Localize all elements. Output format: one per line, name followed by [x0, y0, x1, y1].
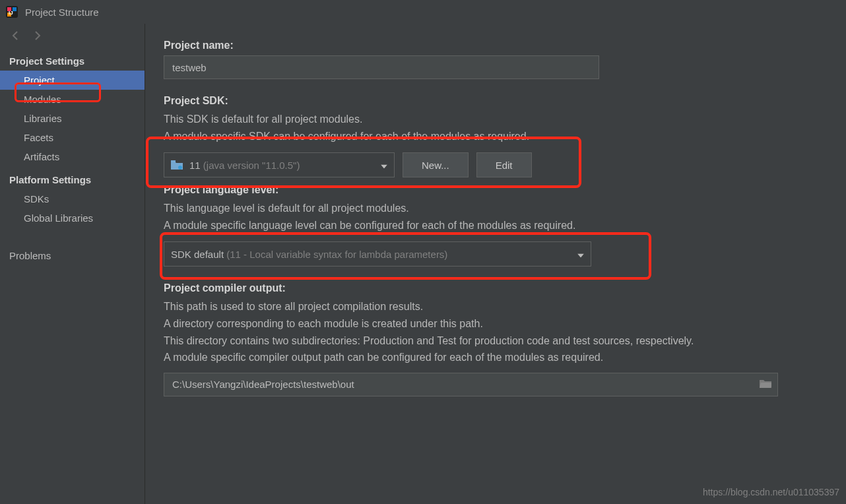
chevron-down-icon: [381, 160, 387, 171]
project-sdk-label: Project SDK:: [164, 95, 830, 107]
sidebar-item-project[interactable]: Project: [0, 71, 145, 90]
svg-point-6: [178, 166, 182, 170]
chevron-down-icon: [577, 249, 584, 260]
main-content: Project name: Project SDK: This SDK is d…: [145, 24, 846, 504]
sidebar: Project Settings Project Modules Librari…: [0, 24, 145, 504]
project-name-label: Project name:: [164, 40, 830, 51]
folder-open-icon[interactable]: [760, 379, 771, 390]
nav-forward-icon[interactable]: [32, 30, 44, 42]
sidebar-item-global-libraries[interactable]: Global Libraries: [0, 208, 145, 228]
out-desc-2: A directory corresponding to each module…: [164, 315, 830, 332]
lang-value: SDK default: [171, 249, 224, 260]
project-sdk-combo[interactable]: 11 (java version "11.0.5"): [164, 152, 395, 177]
svg-text:IJ: IJ: [9, 10, 13, 16]
sdk-desc-2: A module specific SDK can be configured …: [164, 128, 830, 145]
lang-value-detail: (11 - Local variable syntax for lambda p…: [226, 249, 447, 260]
window-title: Project Structure: [25, 7, 99, 18]
compiler-output-input[interactable]: [164, 373, 778, 396]
folder-icon: [171, 160, 183, 170]
lang-desc-2: A module specific language level can be …: [164, 217, 830, 234]
sidebar-item-problems[interactable]: Problems: [0, 246, 145, 265]
project-name-input[interactable]: [164, 55, 599, 79]
app-logo-icon: IJ: [5, 5, 18, 18]
language-level-label: Project language level:: [164, 184, 830, 196]
sidebar-item-artifacts[interactable]: Artifacts: [0, 147, 145, 166]
svg-rect-5: [171, 160, 176, 162]
watermark-text: https://blog.csdn.net/u011035397: [703, 487, 839, 497]
svg-rect-3: [13, 7, 16, 11]
sidebar-item-libraries[interactable]: Libraries: [0, 109, 145, 128]
sidebar-item-facets[interactable]: Facets: [0, 128, 145, 147]
sdk-desc-1: This SDK is default for all project modu…: [164, 111, 830, 128]
section-project-settings: Project Settings: [0, 51, 145, 71]
sidebar-item-modules[interactable]: Modules: [0, 90, 145, 109]
new-sdk-button[interactable]: New...: [403, 152, 469, 177]
titlebar: IJ Project Structure: [0, 0, 846, 24]
sidebar-item-sdks[interactable]: SDKs: [0, 189, 145, 208]
sdk-value-detail: (java version "11.0.5"): [203, 160, 300, 171]
out-desc-3: This directory contains two subdirectori…: [164, 332, 830, 350]
language-level-combo[interactable]: SDK default (11 - Local variable syntax …: [164, 241, 591, 267]
sdk-value: 11: [189, 160, 201, 171]
section-platform-settings: Platform Settings: [0, 170, 145, 189]
lang-desc-1: This language level is default for all p…: [164, 200, 830, 217]
out-desc-1: This path is used to store all project c…: [164, 298, 830, 315]
edit-sdk-button[interactable]: Edit: [476, 152, 532, 177]
compiler-output-label: Project compiler output:: [164, 282, 830, 294]
out-desc-4: A module specific compiler output path c…: [164, 349, 830, 366]
nav-back-icon[interactable]: [11, 30, 22, 42]
